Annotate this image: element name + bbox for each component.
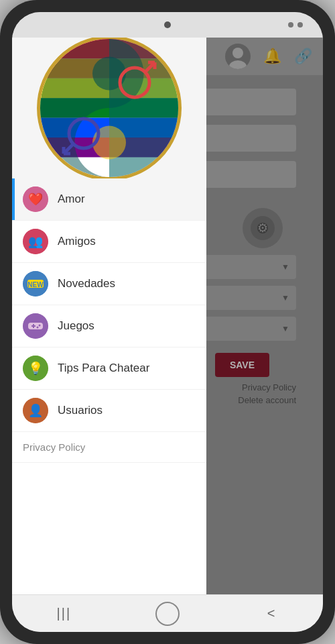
svg-text:❤️: ❤️ bbox=[28, 192, 44, 207]
svg-text:NEW: NEW bbox=[27, 281, 44, 288]
phone-screen: 🔔 🔗 Google ⚙ bbox=[12, 12, 323, 632]
drawer-header bbox=[12, 38, 206, 178]
amor-icon: ❤️ bbox=[23, 186, 48, 212]
bottom-nav: ||| < bbox=[12, 594, 323, 632]
status-dots bbox=[288, 22, 303, 28]
yin-yang-logo bbox=[36, 38, 183, 178]
status-dot-1 bbox=[288, 22, 293, 28]
privacy-policy-nav-label: Privacy Policy bbox=[23, 441, 85, 453]
sidebar-item-juegos-label: Juegos bbox=[58, 319, 94, 333]
sidebar-item-usuarios[interactable]: 👤 Usuarios bbox=[12, 390, 206, 432]
svg-point-40 bbox=[37, 327, 39, 329]
svg-text:👤: 👤 bbox=[28, 403, 44, 418]
amigos-icon: 👥 bbox=[23, 229, 48, 254]
status-dot-2 bbox=[297, 22, 303, 28]
sidebar-privacy-policy[interactable]: Privacy Policy bbox=[12, 432, 206, 463]
home-button[interactable] bbox=[154, 600, 181, 627]
svg-point-39 bbox=[39, 325, 41, 327]
home-icon bbox=[155, 602, 180, 626]
sidebar-item-usuarios-label: Usuarios bbox=[58, 404, 103, 417]
svg-text:💡: 💡 bbox=[28, 361, 44, 376]
sidebar-item-amigos[interactable]: 👥 Amigos bbox=[12, 221, 206, 263]
menu-icon: ||| bbox=[57, 606, 72, 621]
sidebar-item-tips[interactable]: 💡 Tips Para Chatear bbox=[12, 347, 206, 390]
sidebar-item-amigos-label: Amigos bbox=[58, 235, 96, 248]
novedades-icon: NEW bbox=[23, 271, 48, 297]
juegos-icon bbox=[23, 313, 48, 339]
sidebar-item-amor-label: Amor bbox=[58, 193, 85, 206]
drawer: ❤️ Amor 👥 Amigos bbox=[12, 38, 206, 594]
status-bar bbox=[12, 12, 323, 38]
sidebar-item-juegos[interactable]: Juegos bbox=[12, 305, 206, 347]
app-area: 🔔 🔗 Google ⚙ bbox=[12, 38, 323, 594]
phone-frame: 🔔 🔗 Google ⚙ bbox=[0, 0, 335, 644]
sidebar-item-novedades[interactable]: NEW Novedades bbox=[12, 263, 206, 305]
menu-button[interactable]: ||| bbox=[50, 600, 77, 627]
usuarios-icon: 👤 bbox=[23, 398, 48, 423]
back-icon: < bbox=[267, 606, 275, 621]
sidebar-item-novedades-label: Novedades bbox=[58, 277, 115, 290]
nav-items: ❤️ Amor 👥 Amigos bbox=[12, 178, 206, 594]
sidebar-item-amor[interactable]: ❤️ Amor bbox=[12, 178, 206, 221]
sidebar-item-tips-label: Tips Para Chatear bbox=[58, 362, 149, 375]
tips-icon: 💡 bbox=[23, 356, 48, 381]
camera-dot bbox=[164, 21, 171, 28]
back-button[interactable]: < bbox=[258, 600, 285, 627]
svg-text:👥: 👥 bbox=[28, 234, 44, 249]
